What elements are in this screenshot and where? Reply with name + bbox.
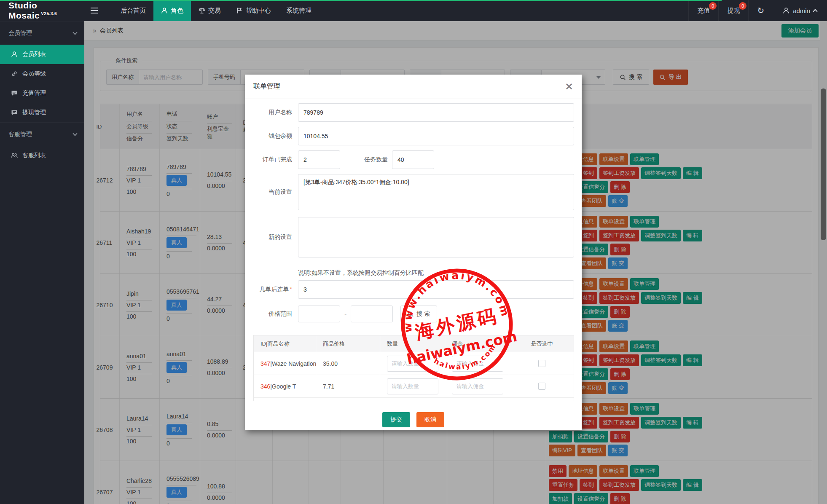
orders-done-field[interactable] (298, 150, 340, 169)
nav-item-4[interactable]: 帮助中心 (228, 0, 279, 21)
progress-bar (0, 0, 722, 1)
product-name-cell (254, 398, 316, 401)
nav-item-5[interactable]: 系统管理 (279, 0, 319, 21)
price-range-label: 价格范围 (245, 310, 298, 318)
product-header-3: 数量 (380, 335, 445, 352)
nav-item-label: 角色 (171, 7, 183, 15)
people-icon (11, 152, 18, 159)
sidebar-group-label: 会员管理 (8, 29, 32, 37)
sidebar-item-充值管理[interactable]: 充值管理 (0, 83, 84, 103)
qty-input[interactable] (387, 378, 438, 394)
product-header-5: 是否选中 (509, 335, 574, 352)
sidebar: 会员管理会员列表会员等级充值管理提现管理客服管理客服列表 (0, 21, 84, 504)
flag-icon (236, 7, 243, 14)
sidebar-item-会员等级[interactable]: 会员等级 (0, 64, 84, 83)
withdraw-button[interactable]: 提现 0 (718, 0, 748, 21)
price-max-field[interactable] (351, 306, 393, 322)
sidebar-item-客服列表[interactable]: 客服列表 (0, 146, 84, 165)
sidebar-item-label: 充值管理 (22, 89, 46, 97)
modal-title: 联单管理 (253, 82, 280, 91)
nav-item-3[interactable]: 交易 (191, 0, 228, 21)
product-name: |Waze Navigation (270, 360, 316, 367)
nav-item-2[interactable]: 角色 (153, 0, 191, 21)
username-label: 用户名称 (245, 109, 298, 116)
product-fee-cell (445, 398, 509, 401)
product-select-cell (509, 398, 574, 401)
sidebar-group-1[interactable]: 会员管理 (0, 21, 84, 45)
link-icon (11, 70, 18, 77)
recharge-badge: 0 (709, 2, 717, 10)
refresh-icon[interactable]: ↻ (748, 0, 773, 21)
user-menu[interactable]: admin (773, 0, 827, 21)
top-menu: 后台首页角色交易帮助中心系统管理 (113, 0, 319, 21)
product-table: ID|商品名称商品价格数量佣金是否选中347|Waze Navigation35… (253, 335, 574, 401)
wallet-balance-label: 钱包余额 (245, 132, 298, 140)
setting-note: 说明:如果不设置，系统按照交易控制百分比匹配 (298, 269, 582, 277)
app-logo: Studio MosaicV25.3.6 (0, 0, 84, 21)
sidebar-item-label: 客服列表 (22, 152, 46, 159)
new-setting-field[interactable] (298, 217, 574, 257)
current-setting-label: 当前设置 (245, 188, 298, 196)
product-name-cell: 347|Waze Navigation (254, 352, 316, 375)
select-checkbox[interactable] (538, 383, 545, 390)
close-icon[interactable]: ✕ (565, 82, 573, 92)
sidebar-item-会员列表[interactable]: 会员列表 (0, 45, 84, 64)
product-row (254, 398, 574, 401)
navbar-right: 充值 0 提现 0 ↻ admin (688, 0, 827, 21)
search-icon (408, 311, 414, 317)
cancel-button[interactable]: 取消 (416, 412, 444, 427)
username-field[interactable] (298, 103, 574, 122)
comment-icon (11, 90, 18, 97)
task-count-label: 任务数量 (340, 156, 392, 164)
nav-item-label: 系统管理 (286, 7, 311, 15)
qty-input[interactable] (387, 356, 438, 372)
sidebar-group-label: 客服管理 (8, 131, 32, 138)
current-setting-field[interactable]: [第3单-商品:347价格:35.00*1佣金:10.00] (298, 174, 574, 210)
product-price-cell: 7.71 (316, 375, 380, 398)
select-checkbox[interactable] (538, 360, 545, 367)
nav-item-label: 帮助中心 (246, 7, 271, 15)
user-name: admin (793, 7, 810, 14)
product-id: 347 (260, 360, 270, 367)
chevron-down-icon (72, 30, 77, 35)
submit-button[interactable]: 提交 (382, 412, 410, 427)
commission-input[interactable] (452, 356, 503, 372)
chevron-down-icon (72, 131, 77, 136)
product-header-row: ID|商品名称商品价格数量佣金是否选中 (254, 335, 574, 352)
nav-item-label: 后台首页 (121, 7, 146, 15)
modal-footer: 提交 取消 (245, 401, 582, 427)
sidebar-item-label: 提现管理 (22, 109, 46, 116)
top-navbar: Studio MosaicV25.3.6 后台首页角色交易帮助中心系统管理 充值… (0, 0, 827, 21)
sidebar-item-提现管理[interactable]: 提现管理 (0, 103, 84, 122)
product-search-button[interactable]: 搜 索 (400, 306, 437, 322)
new-setting-label: 新的设置 (245, 233, 298, 241)
sidebar-item-label: 会员列表 (22, 51, 46, 58)
price-min-field[interactable] (298, 306, 340, 322)
product-price-cell: 35.00 (316, 352, 380, 375)
product-price-cell (316, 398, 380, 401)
product-header-4: 佣金 (445, 335, 509, 352)
sidebar-group-2[interactable]: 客服管理 (0, 122, 84, 146)
chain-after-label: 几单后连单* (245, 286, 298, 293)
chain-after-field[interactable] (298, 280, 574, 299)
product-name-cell: 346|Google T (254, 375, 316, 398)
orders-done-label: 订单已完成 (245, 156, 298, 164)
product-name: |Google T (270, 383, 296, 390)
commission-input[interactable] (452, 378, 503, 394)
task-count-field[interactable] (392, 150, 434, 169)
hamburger-menu-icon[interactable] (84, 0, 104, 21)
app-version: V25.3.6 (41, 11, 57, 16)
wallet-balance-field[interactable] (298, 127, 574, 145)
product-qty-cell (380, 375, 445, 398)
product-header-2: 商品价格 (316, 335, 380, 352)
product-qty-cell (380, 352, 445, 375)
nav-item-1[interactable]: 后台首页 (113, 0, 153, 21)
sidebar-item-label: 会员等级 (22, 70, 46, 78)
product-select-cell (509, 375, 574, 398)
recharge-button[interactable]: 充值 0 (688, 0, 718, 21)
product-fee-cell (445, 352, 509, 375)
product-row: 346|Google T7.71 (254, 375, 574, 398)
product-table-wrap: ID|商品名称商品价格数量佣金是否选中347|Waze Navigation35… (253, 335, 574, 401)
product-row: 347|Waze Navigation35.00 (254, 352, 574, 375)
chain-order-modal: 联单管理 ✕ 用户名称 钱包余额 订单已完成 任务数量 当前设置 [第3单-商品… (245, 75, 582, 430)
